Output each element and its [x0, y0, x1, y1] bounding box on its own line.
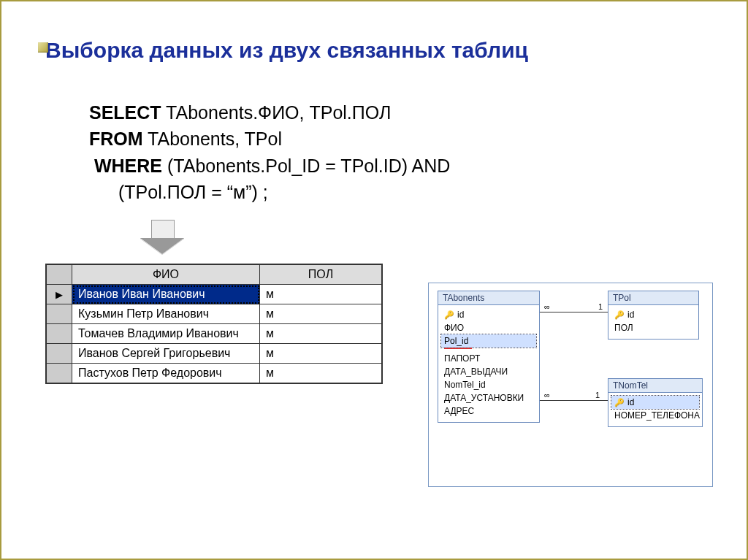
key-icon: 🔑	[614, 398, 625, 407]
relation-cardinality-inf: ∞	[544, 391, 550, 399]
entity-title: TPol	[608, 291, 699, 305]
row-selector[interactable]	[46, 304, 72, 324]
field[interactable]: ПОЛ	[611, 321, 695, 334]
result-grid[interactable]: ФИО ПОЛ ▶Иванов Иван ИвановичмКузьмин Пе…	[45, 264, 383, 384]
entity-tpol[interactable]: TPol 🔑id ПОЛ	[608, 291, 699, 340]
cell-pol[interactable]: м	[260, 285, 383, 304]
sql-where-rest: (TAbonents.Pol_ID = TPol.ID) AND	[162, 156, 450, 176]
sql-kw-select: SELECT	[89, 102, 161, 123]
table-row[interactable]: Кузьмин Петр Ивановичм	[46, 304, 382, 324]
entity-tnomtel[interactable]: TNomTel 🔑id НОМЕР_ТЕЛЕФОНА	[608, 378, 703, 427]
cell-fio[interactable]: Иванов Сергей Григорьевич	[72, 344, 260, 364]
relation-line	[540, 400, 580, 401]
relation-line	[540, 312, 608, 312]
field[interactable]: НОМЕР_ТЕЛЕФОНА	[611, 409, 699, 422]
entity-fields: 🔑id НОМЕР_ТЕЛЕФОНА	[608, 393, 703, 427]
cell-pol[interactable]: м	[260, 304, 383, 324]
row-selector[interactable]: ▶	[46, 285, 72, 304]
field-selected[interactable]: Pol_id	[441, 334, 536, 348]
key-icon: 🔑	[444, 310, 454, 319]
relation-line	[580, 400, 608, 401]
field[interactable]: 🔑id	[611, 308, 695, 321]
sql-kw-where: WHERE	[94, 156, 162, 176]
sql-where-line2: (TPol.ПОЛ = “м”) ;	[118, 179, 710, 205]
down-arrow-icon	[140, 220, 184, 256]
fk-underline-icon	[444, 348, 472, 349]
relation-cardinality-one: 1	[595, 391, 600, 399]
field[interactable]: 🔑id	[441, 308, 536, 321]
table-row[interactable]: ▶Иванов Иван Ивановичм	[46, 285, 382, 304]
relation-cardinality-one: 1	[598, 302, 603, 311]
table-row[interactable]: Томачев Владимир Ивановичм	[46, 324, 382, 344]
cell-pol[interactable]: м	[260, 344, 383, 364]
field[interactable]: ДАТА_УСТАНОВКИ	[441, 391, 536, 404]
sql-line-from: FROM TAbonents, TPol	[89, 126, 710, 152]
slide: Выборка данных из двух связанных таблиц …	[0, 0, 748, 560]
cell-fio[interactable]: Кузьмин Петр Иванович	[72, 304, 260, 324]
sql-from-rest: TAbonents, TPol	[143, 129, 282, 149]
field[interactable]: ДАТА_ВЫДАЧИ	[441, 365, 536, 378]
entity-fields: 🔑id ПОЛ	[608, 305, 699, 340]
field[interactable]: NomTel_id	[441, 378, 536, 391]
sql-block: SELECT TAbonents.ФИО, TPol.ПОЛ FROM TAbo…	[89, 99, 710, 205]
col-header-pol[interactable]: ПОЛ	[260, 264, 383, 285]
row-selector[interactable]	[46, 324, 72, 344]
field[interactable]: АДРЕС	[441, 404, 536, 418]
entity-fields: 🔑id ФИО Pol_id ПАПОРТ ДАТА_ВЫДАЧИ NomTel…	[438, 305, 540, 423]
table-row[interactable]: Пастухов Петр Федоровичм	[46, 364, 382, 384]
key-icon: 🔑	[614, 310, 625, 319]
cell-fio[interactable]: Томачев Владимир Иванович	[72, 324, 260, 344]
relation-cardinality-inf: ∞	[544, 302, 550, 311]
sql-select-rest: TAbonents.ФИО, TPol.ПОЛ	[161, 102, 392, 123]
header-row: ФИО ПОЛ	[46, 264, 382, 285]
table-row[interactable]: Иванов Сергей Григорьевичм	[46, 344, 382, 364]
field[interactable]: ПАПОРТ	[441, 352, 536, 365]
sql-line-select: SELECT TAbonents.ФИО, TPol.ПОЛ	[89, 99, 710, 126]
sql-line-where: WHERE (TAbonents.Pol_ID = TPol.ID) AND (…	[89, 153, 710, 206]
cell-pol[interactable]: м	[260, 364, 383, 384]
entity-title: TNomTel	[608, 378, 703, 393]
field-selected[interactable]: 🔑id	[611, 396, 699, 409]
row-selector[interactable]	[46, 364, 72, 384]
slide-title: Выборка данных из двух связанных таблиц	[45, 38, 710, 63]
cell-fio[interactable]: Пастухов Петр Федорович	[72, 364, 260, 384]
row-selector[interactable]	[46, 344, 72, 364]
cell-fio[interactable]: Иванов Иван Иванович	[72, 285, 260, 304]
corner-cell	[46, 264, 72, 285]
sql-kw-from: FROM	[89, 129, 143, 149]
cell-pol[interactable]: м	[260, 324, 383, 344]
result-body: ▶Иванов Иван ИвановичмКузьмин Петр Ивано…	[46, 285, 382, 384]
entity-title: TAbonents	[438, 291, 540, 305]
schema-panel: TAbonents 🔑id ФИО Pol_id ПАПОРТ ДАТА_ВЫД…	[428, 283, 713, 487]
bullet-marker	[38, 42, 48, 53]
entity-tabonents[interactable]: TAbonents 🔑id ФИО Pol_id ПАПОРТ ДАТА_ВЫД…	[438, 291, 540, 423]
col-header-fio[interactable]: ФИО	[72, 264, 260, 285]
field[interactable]: ФИО	[441, 321, 536, 334]
